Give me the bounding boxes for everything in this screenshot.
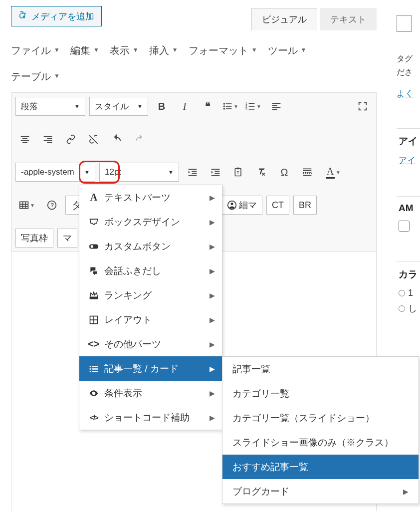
dd-conditional-display[interactable]: 条件表示 ▶ bbox=[79, 381, 222, 405]
sub-slideshow-image-only[interactable]: スライドショー画像のみ（※クラス） bbox=[222, 430, 419, 455]
fullscreen-icon[interactable] bbox=[353, 97, 372, 116]
svg-rect-33 bbox=[237, 168, 239, 169]
paragraph-select[interactable]: 段落 ▼ bbox=[15, 97, 85, 116]
hosoma-button[interactable]: 細マ bbox=[221, 196, 262, 215]
bold-button[interactable]: B bbox=[152, 97, 171, 116]
svg-rect-58 bbox=[92, 368, 98, 370]
svg-rect-20 bbox=[44, 136, 52, 137]
menu-insert[interactable]: 挿入▼ bbox=[149, 37, 178, 63]
menu-table[interactable]: テーブル▼ bbox=[11, 63, 60, 89]
align-right-icon[interactable] bbox=[38, 130, 57, 149]
inbox-icon bbox=[86, 217, 101, 227]
svg-rect-17 bbox=[22, 138, 27, 139]
indent-icon[interactable] bbox=[206, 163, 225, 182]
color-radio-2[interactable] bbox=[399, 305, 405, 312]
dd-text-parts[interactable]: A テキストパーツ ▶ bbox=[79, 185, 222, 210]
popular-tags-link[interactable]: よく bbox=[397, 89, 414, 98]
chevron-right-icon: ▶ bbox=[210, 365, 215, 373]
color-radio-1[interactable] bbox=[399, 290, 405, 296]
tab-visual[interactable]: ビジュアル bbox=[251, 8, 317, 30]
svg-rect-31 bbox=[211, 175, 220, 176]
sub-recommended-articles[interactable]: おすすめ記事一覧 bbox=[222, 455, 419, 479]
shashinwaku-button[interactable]: 写真枠 bbox=[15, 229, 53, 248]
dd-other-parts[interactable]: <> その他パーツ ▶ bbox=[79, 332, 222, 356]
sub-article-list[interactable]: 記事一覧 bbox=[222, 357, 419, 381]
crown-icon bbox=[86, 290, 101, 300]
text-color-icon[interactable]: A ▼ bbox=[321, 163, 346, 182]
svg-rect-21 bbox=[47, 138, 52, 139]
paragraph-select-label: 段落 bbox=[21, 101, 38, 112]
menu-view[interactable]: 表示▼ bbox=[110, 37, 139, 63]
svg-rect-38 bbox=[303, 175, 312, 176]
dd-shortcode-helper[interactable]: </> ショートコード補助 ▶ bbox=[79, 405, 222, 430]
align-center-icon[interactable] bbox=[15, 130, 34, 149]
undo-icon[interactable] bbox=[107, 130, 126, 149]
dd-speech-bubble[interactable]: 会話ふきだし ▶ bbox=[79, 258, 222, 283]
dd-ranking[interactable]: ランキング ▶ bbox=[79, 283, 222, 307]
link-icon[interactable] bbox=[61, 130, 80, 149]
sub-category-slideshow[interactable]: カテゴリ一覧（スライドショー） bbox=[222, 406, 419, 430]
clear-format-icon[interactable] bbox=[252, 163, 271, 182]
table-icon[interactable]: ▼ bbox=[15, 196, 38, 215]
editor-tabs: ビジュアル テキスト bbox=[251, 8, 377, 30]
chevron-right-icon: ▶ bbox=[210, 340, 215, 348]
dd-box-design[interactable]: ボックスデザイン ▶ bbox=[79, 210, 222, 234]
add-media-button[interactable]: メディアを追加 bbox=[11, 6, 102, 26]
svg-rect-12 bbox=[272, 103, 281, 104]
menu-file[interactable]: ファイル▼ bbox=[11, 37, 60, 63]
paste-text-icon[interactable]: T bbox=[229, 163, 248, 182]
grid-icon bbox=[86, 315, 101, 325]
caret-down-icon: ▼ bbox=[133, 42, 139, 58]
svg-rect-28 bbox=[211, 169, 220, 170]
outdent-icon[interactable] bbox=[183, 163, 202, 182]
svg-rect-5 bbox=[226, 108, 232, 109]
svg-rect-37 bbox=[303, 173, 312, 174]
tag-dropdown-menu: A テキストパーツ ▶ ボックスデザイン ▶ カスタムボタン ▶ 会話ふきだし … bbox=[79, 185, 222, 430]
svg-rect-50 bbox=[89, 244, 98, 249]
svg-rect-26 bbox=[192, 173, 197, 174]
menu-edit[interactable]: 編集▼ bbox=[70, 37, 99, 63]
chevron-right-icon: ▶ bbox=[210, 389, 215, 397]
caret-down-icon: ▼ bbox=[172, 42, 178, 58]
amp-checkbox[interactable] bbox=[399, 221, 410, 232]
article-list-submenu: 記事一覧 カテゴリ一覧 カテゴリ一覧（スライドショー） スライドショー画像のみ（… bbox=[222, 356, 419, 504]
sub-blog-card[interactable]: ブログカード ▶ bbox=[222, 479, 419, 504]
unlink-icon[interactable] bbox=[84, 130, 103, 149]
help-icon[interactable]: ? bbox=[42, 196, 61, 215]
font-size-select[interactable]: 12pt ▼ bbox=[99, 163, 179, 182]
svg-rect-1 bbox=[226, 103, 232, 104]
eyecatch-set-link[interactable]: アイ bbox=[399, 156, 416, 165]
svg-text:T: T bbox=[237, 170, 239, 175]
bulleted-list-icon[interactable]: ▼ bbox=[221, 97, 240, 116]
caret-down-icon: ▼ bbox=[251, 42, 257, 58]
amp-heading: AM bbox=[399, 203, 420, 214]
ma-button[interactable]: マ bbox=[57, 229, 77, 248]
caret-down-icon: ▼ bbox=[54, 42, 60, 58]
br-button[interactable]: BR bbox=[293, 196, 317, 215]
menu-tools[interactable]: ツール▼ bbox=[268, 37, 307, 63]
dd-article-list-card[interactable]: 記事一覧 / カード ▶ bbox=[79, 356, 222, 381]
special-char-icon[interactable]: Ω bbox=[275, 163, 294, 182]
caret-down-icon: ▼ bbox=[168, 169, 174, 175]
quote-icon[interactable]: ❝ bbox=[198, 97, 217, 116]
chevron-right-icon: ▶ bbox=[210, 414, 215, 422]
add-media-label: メディアを追加 bbox=[31, 10, 94, 22]
ct-button[interactable]: CT bbox=[266, 196, 289, 215]
style-select[interactable]: スタイル ▼ bbox=[89, 97, 148, 116]
align-left-icon[interactable] bbox=[267, 97, 286, 116]
chevron-right-icon: ▶ bbox=[210, 243, 215, 251]
redo-icon[interactable] bbox=[130, 130, 149, 149]
dd-custom-button[interactable]: カスタムボタン ▶ bbox=[79, 234, 222, 258]
svg-rect-9 bbox=[249, 106, 255, 107]
font-family-select[interactable]: -apple-system ▼ bbox=[15, 163, 95, 182]
menu-format[interactable]: フォーマット▼ bbox=[189, 37, 257, 63]
read-more-icon[interactable] bbox=[298, 163, 317, 182]
tab-text[interactable]: テキスト bbox=[320, 8, 377, 30]
code-icon: <> bbox=[86, 338, 101, 350]
numbered-list-icon[interactable]: 123 ▼ bbox=[244, 97, 263, 116]
sub-category-list[interactable]: カテゴリ一覧 bbox=[222, 381, 419, 406]
tag-input[interactable] bbox=[397, 15, 412, 32]
dd-layout[interactable]: レイアウト ▶ bbox=[79, 307, 222, 332]
italic-button[interactable]: I bbox=[175, 97, 194, 116]
svg-rect-23 bbox=[47, 142, 52, 143]
